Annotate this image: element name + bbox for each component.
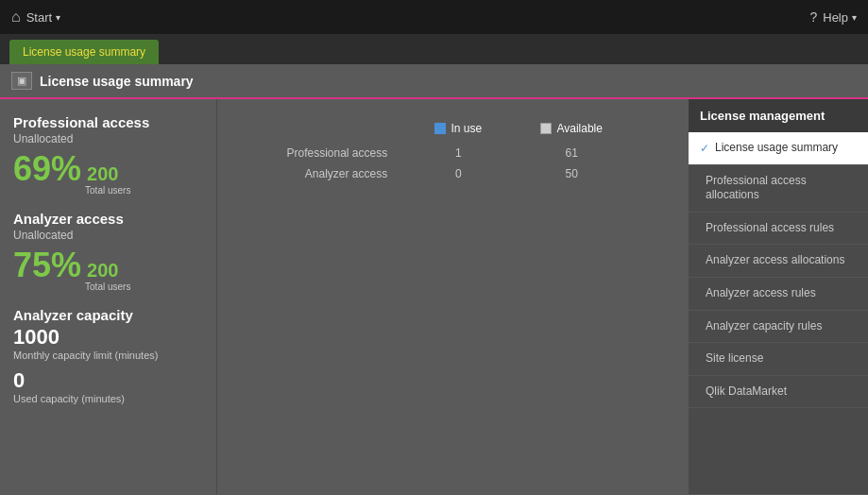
sidebar-item-label: Analyzer capacity rules xyxy=(706,319,822,334)
tab-bar: License usage summary xyxy=(0,34,868,64)
help-button[interactable]: Help ▾ xyxy=(823,10,857,25)
access-table: In use Available Professional access 1 6… xyxy=(236,118,633,184)
col-available-header: Available xyxy=(510,118,633,143)
table-row: Analyzer access 0 50 xyxy=(236,163,633,184)
sidebar-item[interactable]: Analyzer access allocations xyxy=(689,245,868,278)
row-label: Professional access xyxy=(236,143,406,163)
row-available: 61 xyxy=(510,143,633,163)
sidebar-item-label: Site license xyxy=(706,351,763,367)
sidebar-items-container: ✓ License usage summary Professional acc… xyxy=(689,132,868,408)
right-sidebar: License management ✓ License usage summa… xyxy=(689,99,868,494)
help-label: Help xyxy=(823,10,848,25)
help-chevron-icon: ▾ xyxy=(852,12,857,23)
main-content: Professional access Unallocated 69% 200 … xyxy=(0,99,868,494)
professional-access-section: Professional access Unallocated 69% 200 … xyxy=(13,114,203,196)
monthly-capacity-label: Monthly capacity limit (minutes) xyxy=(13,350,203,361)
used-capacity-label: Used capacity (minutes) xyxy=(13,393,203,404)
used-capacity-number: 0 xyxy=(13,368,203,393)
sidebar-item[interactable]: Professional access allocations xyxy=(689,165,868,213)
row-inuse: 0 xyxy=(406,163,510,184)
analyzer-total-label: Total users xyxy=(85,282,130,292)
sidebar-item[interactable]: Analyzer access rules xyxy=(689,278,868,311)
sidebar-item-label: Professional access allocations xyxy=(706,174,857,203)
sidebar-item[interactable]: Analyzer capacity rules xyxy=(689,311,868,344)
analyzer-access-section: Analyzer access Unallocated 75% 200 Tota… xyxy=(13,211,203,292)
start-button[interactable]: Start ▾ xyxy=(26,10,60,25)
top-nav-left: ⌂ Start ▾ xyxy=(11,9,60,26)
check-icon: ✓ xyxy=(700,142,709,155)
top-nav-right: ? Help ▾ xyxy=(809,9,857,25)
analyzer-access-title: Analyzer access xyxy=(13,211,203,227)
top-nav: ⌂ Start ▾ ? Help ▾ xyxy=(0,0,868,34)
professional-percent: 69% xyxy=(13,149,81,189)
professional-access-title: Professional access xyxy=(13,114,203,130)
available-legend-box xyxy=(540,123,552,134)
left-panel: Professional access Unallocated 69% 200 … xyxy=(0,99,217,494)
analyzer-percent: 75% xyxy=(13,246,81,285)
analyzer-stat-row: 75% 200 Total users xyxy=(13,246,203,292)
sidebar-item-label: Analyzer access allocations xyxy=(706,253,844,268)
row-label: Analyzer access xyxy=(236,163,406,184)
sidebar-item-label: Analyzer access rules xyxy=(706,286,816,301)
analyzer-capacity-title: Analyzer capacity xyxy=(13,307,203,323)
professional-access-subtitle: Unallocated xyxy=(13,132,203,145)
help-circle-icon: ? xyxy=(809,9,817,25)
sidebar-item[interactable]: Site license xyxy=(689,343,868,376)
sidebar-item-label: License usage summary xyxy=(715,141,838,156)
sidebar-header: License management xyxy=(689,99,868,132)
professional-total-label: Total users xyxy=(85,185,130,196)
table-row: Professional access 1 61 xyxy=(236,143,633,163)
page-header: ▣ License usage summary xyxy=(0,64,868,99)
sidebar-item-label: Qlik DataMarket xyxy=(706,384,787,400)
analyzer-count: 200 xyxy=(87,260,130,282)
home-icon: ⌂ xyxy=(11,9,21,26)
start-label: Start xyxy=(26,10,52,25)
professional-stat-row: 69% 200 Total users xyxy=(13,149,203,196)
col-empty xyxy=(236,118,406,143)
analyzer-access-subtitle: Unallocated xyxy=(13,229,203,242)
page-title: License usage summary xyxy=(40,74,194,89)
row-available: 50 xyxy=(510,163,633,184)
sidebar-item[interactable]: Qlik DataMarket xyxy=(689,376,868,409)
row-inuse: 1 xyxy=(406,143,510,163)
start-chevron-icon: ▾ xyxy=(56,12,60,23)
col-inuse-header: In use xyxy=(406,118,510,143)
center-panel: In use Available Professional access 1 6… xyxy=(217,99,689,494)
page-header-icon: ▣ xyxy=(11,72,32,90)
tab-license-usage-summary[interactable]: License usage summary xyxy=(9,40,159,64)
monthly-capacity-number: 1000 xyxy=(13,325,203,350)
sidebar-item[interactable]: Professional access rules xyxy=(689,213,868,246)
sidebar-item-label: Professional access rules xyxy=(706,221,834,236)
inuse-legend-box xyxy=(434,123,446,134)
professional-count: 200 xyxy=(87,163,130,185)
sidebar-item[interactable]: ✓ License usage summary xyxy=(689,132,868,165)
analyzer-capacity-section: Analyzer capacity 1000 Monthly capacity … xyxy=(13,307,203,404)
